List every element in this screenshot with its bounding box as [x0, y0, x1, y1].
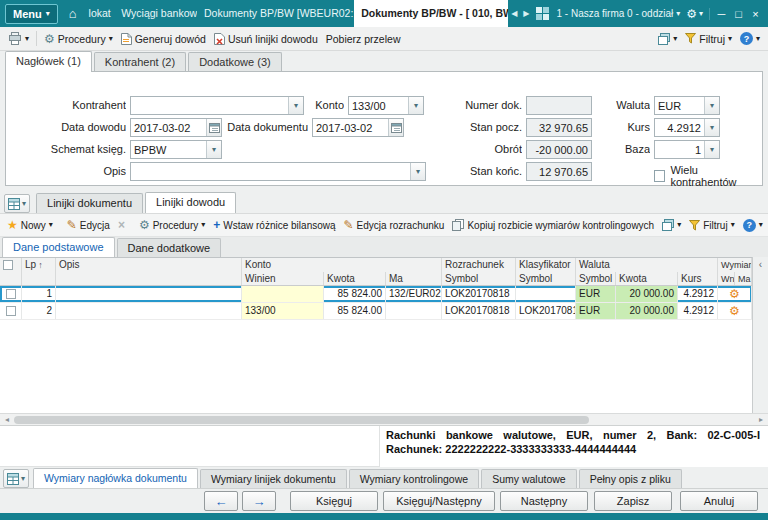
kopiuj-rozbicie-button[interactable]: Kopiuj rozbicie wymiarów kontrolingowych: [448, 217, 658, 233]
print-button[interactable]: ▾: [4, 30, 33, 47]
anuluj-button[interactable]: Anuluj: [680, 491, 758, 511]
tab-naglowek[interactable]: Nagłówek (1): [5, 51, 92, 72]
company-selector[interactable]: 1 - Nasza firma 0 - oddział ▾: [553, 8, 683, 19]
lines-filter-button[interactable]: Filtruj ▾: [685, 218, 738, 233]
usun-linijke-button-disabled[interactable]: ×: [114, 216, 129, 234]
wymiar-gear-icon[interactable]: ⚙: [729, 288, 740, 300]
colgroup-rozrachunek[interactable]: Rozrachunek: [442, 258, 516, 272]
numer-dok-field[interactable]: [526, 96, 592, 115]
tab-kontrahent[interactable]: Kontrahent (2): [94, 52, 186, 72]
lines-view-options-button[interactable]: ▾: [658, 217, 685, 233]
window-switcher-icon[interactable]: [536, 7, 549, 20]
tab-sumy-walutowe[interactable]: Sumy walutowe: [481, 469, 577, 488]
col-wymiar-ma[interactable]: Ma: [735, 272, 752, 285]
minimize-button[interactable]: ─: [713, 8, 730, 20]
scroll-left-icon[interactable]: ◂: [0, 415, 14, 424]
col-rozrachunek-symbol[interactable]: Symbol: [442, 272, 516, 285]
generuj-dowod-button[interactable]: Generuj dowód: [117, 31, 210, 47]
chevron-down-icon[interactable]: ▾: [704, 141, 719, 158]
footer-view-button[interactable]: ▾: [3, 469, 29, 488]
procedury-button[interactable]: ⚙ Procedury ▾: [40, 30, 117, 48]
tab-wymiary-naglowka[interactable]: Wymiary nagłówka dokumentu: [33, 468, 198, 488]
scroll-right-icon[interactable]: ▸: [754, 415, 768, 424]
chevron-down-icon[interactable]: ▾: [704, 97, 719, 114]
tab-pelny-opis-z-pliku[interactable]: Pełny opis z pliku: [579, 469, 682, 488]
back-button[interactable]: ←: [204, 491, 238, 511]
forward-button[interactable]: →: [242, 491, 276, 511]
wymiar-gear-icon[interactable]: ⚙: [729, 305, 740, 317]
konto-select[interactable]: 133/00 ▾: [348, 96, 424, 115]
row-checkbox[interactable]: [6, 289, 16, 299]
grid-collapse-strip[interactable]: ‹: [752, 257, 768, 413]
tab-wymiary-linijek[interactable]: Wymiary linijek dokumentu: [200, 469, 347, 488]
table-row[interactable]: 1 85 824.00 132/EUR02 LOK20170818 EUR 20…: [0, 286, 752, 303]
tab-dodatkowe[interactable]: Dodatkowe (3): [188, 52, 282, 72]
data-dokumentu-field[interactable]: 2017-03-02: [312, 118, 404, 137]
col-wymiar-wn[interactable]: Wn: [718, 272, 735, 285]
row-checkbox[interactable]: [6, 306, 16, 316]
settings-button[interactable]: ⚙ ▾: [683, 7, 706, 21]
table-row[interactable]: 2 133/00 85 824.00 LOK20170818 LOK201708…: [0, 303, 752, 320]
chevron-down-icon[interactable]: ▾: [410, 163, 425, 180]
usun-linijki-button[interactable]: Usuń linijki dowodu: [210, 31, 322, 47]
maximize-button[interactable]: □: [730, 8, 747, 20]
kurs-field[interactable]: 4.2912 ▾: [654, 118, 720, 137]
tab-linijki-dowodu[interactable]: Linijki dowodu: [145, 192, 236, 213]
header-checkbox[interactable]: [3, 260, 13, 270]
window-tab-wyciagi-bankowe[interactable]: Wyciągi bankowe: [114, 0, 197, 27]
col-waluta-kwota[interactable]: Kwota: [616, 272, 678, 285]
tab-dane-dodatkowe[interactable]: Dane dodatkowe: [117, 238, 222, 257]
lines-help-button[interactable]: ? ▾: [739, 217, 767, 234]
schemat-ksieg-select[interactable]: BPBW ▾: [130, 140, 222, 159]
pobierz-przelew-button[interactable]: Pobierz przelew: [322, 31, 405, 47]
opis-select[interactable]: ▾: [130, 162, 426, 181]
tab-scroll-left-icon[interactable]: ◀: [508, 9, 520, 18]
window-tab-lokat[interactable]: lokat: [82, 0, 115, 27]
close-button[interactable]: ×: [747, 8, 764, 20]
col-kwota[interactable]: Kwota: [324, 272, 386, 285]
help-button[interactable]: ? ▾: [736, 30, 764, 47]
colgroup-konto[interactable]: Konto: [242, 258, 442, 272]
chevron-down-icon[interactable]: ▾: [408, 97, 423, 114]
kontrahent-select[interactable]: ▾: [130, 96, 304, 115]
calendar-icon[interactable]: [388, 119, 403, 136]
wielu-kontrahentow-checkbox[interactable]: [654, 170, 665, 182]
colgroup-klasyfikator[interactable]: Klasyfikator: [516, 258, 576, 272]
colgroup-wymiar[interactable]: Wymiar: [718, 258, 752, 272]
col-ma[interactable]: Ma: [386, 272, 442, 285]
col-waluta-symbol[interactable]: Symbol: [576, 272, 616, 285]
col-klasyfikator-symbol[interactable]: Symbol: [516, 272, 576, 285]
edycja-button[interactable]: ✎ Edycja: [63, 216, 114, 234]
waluta-select[interactable]: EUR ▾: [654, 96, 720, 115]
scroll-thumb[interactable]: [14, 416, 589, 424]
baza-field[interactable]: 1 ▾: [654, 140, 720, 159]
nastepny-button[interactable]: Następny: [500, 491, 588, 511]
edycja-rozrachunku-button[interactable]: ✎ Edycja rozrachunku: [340, 216, 449, 234]
col-opis[interactable]: Opis: [56, 258, 242, 272]
tab-linijki-dokumentu[interactable]: Linijki dokumentu: [36, 193, 143, 213]
home-icon[interactable]: ⌂: [69, 6, 77, 21]
window-tab-active[interactable]: Dokumenty BP/BW - [ 010, BWEU: [354, 0, 508, 27]
col-lp[interactable]: Lp↑: [22, 258, 56, 272]
chevron-down-icon[interactable]: ▾: [206, 141, 221, 158]
colgroup-waluta[interactable]: Waluta: [576, 258, 718, 272]
chevron-down-icon[interactable]: ▾: [704, 119, 719, 136]
window-tab-dokumenty-bpbw[interactable]: Dokumenty BP/BW [WBEUR02: Wy:: [197, 0, 354, 27]
ksieguj-button[interactable]: Księguj: [290, 491, 378, 511]
col-winien[interactable]: Winien: [242, 272, 324, 285]
collapse-left-icon[interactable]: ‹: [759, 259, 762, 270]
data-dowodu-field[interactable]: 2017-03-02: [130, 118, 222, 137]
chevron-down-icon[interactable]: ▾: [288, 97, 303, 114]
zapisz-button[interactable]: Zapisz: [594, 491, 672, 511]
view-options-button[interactable]: ▾: [654, 31, 681, 47]
ksieguj-nastepny-button[interactable]: Księguj/Następny: [383, 491, 495, 511]
calendar-icon[interactable]: [206, 119, 221, 136]
tab-dane-podstawowe[interactable]: Dane podstawowe: [2, 237, 115, 257]
opis-notatka-area[interactable]: [0, 426, 380, 467]
menu-button[interactable]: Menu ▾: [5, 4, 58, 24]
col-kurs[interactable]: Kurs: [678, 272, 718, 285]
grid-view-button[interactable]: ▾: [4, 194, 30, 213]
procedury-lines-button[interactable]: ⚙ Procedury ▾: [135, 216, 209, 234]
filter-button[interactable]: Filtruj ▾: [681, 31, 736, 47]
wstaw-roznice-button[interactable]: + Wstaw różnice bilansową: [209, 216, 339, 234]
